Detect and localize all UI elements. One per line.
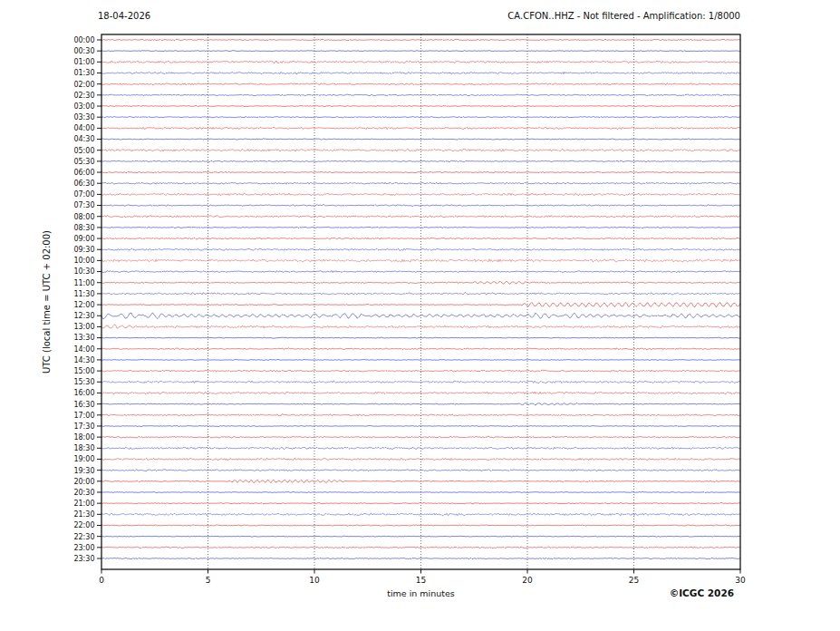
seismogram-trace-08:30	[101, 227, 740, 228]
seismogram-trace-23:00	[101, 547, 740, 548]
seismogram-trace-06:00	[101, 171, 740, 172]
seismogram-trace-20:00	[101, 480, 740, 483]
y-tick-label: 05:30	[73, 158, 94, 166]
seismogram-trace-12:00	[101, 303, 740, 307]
seismogram-trace-09:30	[101, 248, 740, 250]
y-tick-label: 07:00	[73, 190, 94, 199]
y-tick-label: 21:00	[73, 500, 94, 508]
y-tick-label: 00:30	[73, 47, 94, 55]
y-tick-label: 02:00	[73, 81, 94, 89]
seismogram-trace-11:30	[101, 293, 740, 296]
seismogram-trace-04:30	[101, 139, 740, 140]
seismogram-trace-10:00	[101, 259, 740, 262]
y-tick-label: 02:30	[73, 92, 94, 100]
seismogram-trace-06:30	[101, 182, 740, 184]
y-tick-label: 01:00	[73, 58, 94, 66]
seismogram-trace-21:00	[101, 502, 740, 503]
y-tick-label: 11:30	[73, 290, 94, 298]
y-tick-label: 09:30	[73, 246, 94, 254]
y-tick-label: 23:00	[73, 544, 94, 552]
y-tick-label: 00:00	[73, 36, 94, 44]
y-tick-label: 16:30	[73, 401, 94, 409]
seismogram-trace-14:00	[101, 348, 740, 350]
seismogram-trace-13:30	[101, 337, 740, 338]
y-tick-label: 14:00	[73, 345, 94, 354]
y-tick-label: 08:00	[73, 213, 94, 221]
y-tick-label: 23:30	[73, 555, 94, 563]
seismogram-trace-01:00	[101, 61, 740, 63]
y-tick-label: 15:30	[73, 378, 94, 386]
x-tick-label: 20	[522, 576, 533, 585]
seismogram-trace-04:00	[101, 127, 740, 129]
helicorder-page: 18-04-2026 CA.CFON..HHZ - Not filtered -…	[0, 0, 840, 631]
seismogram-trace-19:00	[101, 458, 740, 460]
y-tick-label: 08:30	[73, 224, 94, 232]
y-tick-label: 12:00	[73, 301, 94, 309]
y-tick-label: 05:00	[73, 147, 94, 155]
y-tick-label: 06:30	[73, 180, 94, 188]
x-tick-label: 30	[735, 576, 746, 585]
y-tick-label: 17:30	[73, 422, 94, 431]
y-tick-label: 01:30	[73, 69, 94, 77]
seismogram-trace-15:00	[101, 370, 740, 372]
y-tick-label: 03:00	[73, 102, 94, 111]
y-tick-label: 19:00	[73, 455, 94, 463]
y-tick-label: 13:00	[73, 323, 94, 331]
y-tick-label: 19:30	[73, 467, 94, 475]
seismogram-trace-05:30	[101, 160, 740, 162]
y-tick-label: 22:00	[73, 521, 94, 529]
y-tick-label: 04:30	[73, 135, 94, 143]
y-tick-label: 22:30	[73, 533, 94, 541]
seismogram-plot: 00:0000:3001:0001:3002:0002:3003:0003:30…	[0, 0, 840, 631]
y-tick-label: 14:30	[73, 356, 94, 364]
y-tick-label: 21:30	[73, 510, 94, 519]
y-tick-label: 10:00	[73, 257, 94, 265]
y-tick-label: 06:00	[73, 169, 94, 177]
copyright-label: ©ICGC 2026	[670, 587, 734, 598]
seismogram-trace-23:30	[101, 558, 740, 558]
x-tick-label: 5	[206, 576, 211, 585]
y-tick-label: 18:00	[73, 433, 94, 442]
y-tick-label: 13:30	[73, 334, 94, 342]
seismogram-trace-01:30	[101, 72, 740, 73]
y-tick-label: 07:30	[73, 201, 94, 209]
y-tick-label: 11:00	[73, 279, 94, 287]
seismogram-trace-13:00	[101, 325, 740, 328]
x-tick-label: 25	[629, 576, 639, 585]
x-tick-label: 0	[99, 576, 104, 585]
seismogram-trace-22:30	[101, 536, 740, 537]
y-tick-label: 20:00	[73, 478, 94, 486]
y-tick-label: 17:00	[73, 412, 94, 420]
y-tick-label: 12:30	[73, 312, 94, 320]
y-tick-label: 18:30	[73, 444, 94, 452]
y-tick-label: 16:00	[73, 389, 94, 397]
y-tick-label: 03:30	[73, 113, 94, 121]
y-tick-label: 09:00	[73, 235, 94, 243]
seismogram-trace-00:30	[101, 51, 740, 52]
seismogram-trace-09:00	[101, 238, 740, 239]
y-tick-label: 10:30	[73, 267, 94, 276]
y-tick-label: 20:30	[73, 489, 94, 497]
y-tick-label: 04:00	[73, 124, 94, 132]
seismogram-trace-17:00	[101, 414, 740, 416]
x-axis-title: time in minutes	[330, 588, 512, 598]
seismogram-trace-10:30	[101, 271, 740, 273]
seismogram-trace-11:00	[101, 281, 740, 284]
y-tick-label: 15:00	[73, 367, 94, 375]
seismogram-trace-18:30	[101, 447, 740, 450]
x-tick-label: 15	[416, 576, 426, 585]
seismogram-trace-02:30	[101, 94, 740, 96]
x-tick-label: 10	[309, 576, 320, 585]
seismogram-trace-14:30	[101, 359, 740, 360]
